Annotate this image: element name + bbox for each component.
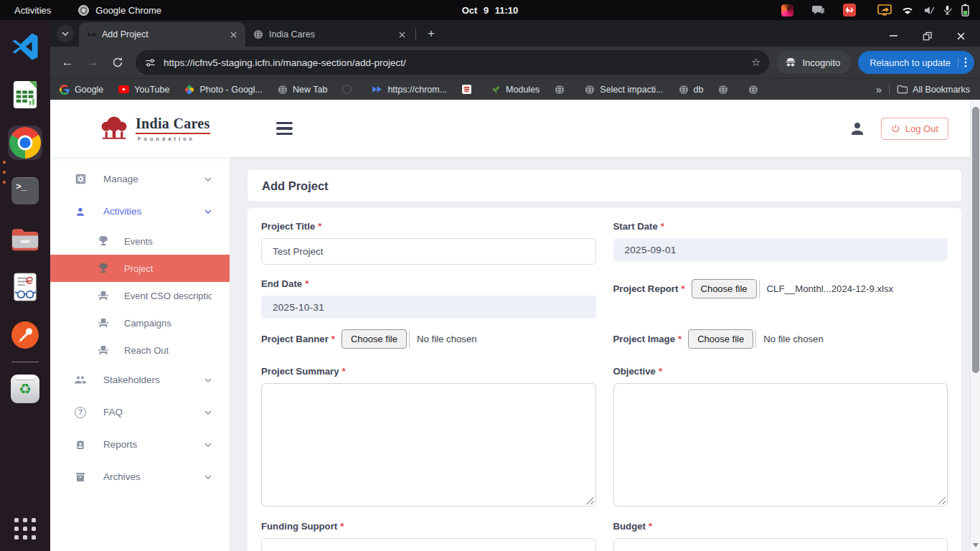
funding-support-input[interactable] — [261, 538, 596, 551]
minimize-window-icon[interactable] — [888, 31, 898, 41]
bookmark-youtube[interactable]: YouTube — [118, 85, 169, 95]
clock[interactable]: Oct 9 11:10 — [462, 5, 519, 16]
terminal-icon: >_ — [11, 177, 39, 204]
chrome-dock-icon[interactable] — [8, 126, 42, 160]
address-bar[interactable]: https://icfnv5-staging.icfn.in/manage-se… — [136, 50, 769, 75]
focused-app-menu[interactable]: Google Chrome — [78, 5, 161, 16]
bookmark-google-photos[interactable]: Photo - Googl... — [184, 85, 263, 95]
start-date-input[interactable]: 2025-09-01 — [613, 238, 948, 261]
globe-favicon — [718, 85, 728, 95]
relaunch-to-update-button[interactable]: Relaunch to update — [858, 51, 974, 74]
bookmark-site[interactable] — [555, 85, 570, 95]
page-scrollbar[interactable] — [970, 100, 980, 551]
desktop: Activities Google Chrome Oct 9 11:10 — [0, 0, 980, 551]
sidebar-item-manage[interactable]: Manage — [50, 163, 230, 195]
site-settings-icon[interactable] — [145, 57, 156, 68]
sidebar-item-events[interactable]: Events — [50, 227, 230, 255]
scrollbar-thumb[interactable] — [972, 107, 979, 373]
project-image-choose-file-button[interactable]: Choose file — [688, 329, 753, 349]
tab-add-project[interactable]: Add Project — [79, 22, 245, 47]
resize-handle[interactable] — [586, 496, 594, 504]
microphone-icon — [942, 4, 953, 16]
all-bookmarks-button[interactable]: All Bookmarks — [897, 85, 970, 95]
project-report-choose-file-button[interactable]: Choose file — [692, 279, 757, 298]
logout-button[interactable]: Log Out — [881, 118, 948, 140]
postman-dock-icon[interactable] — [8, 318, 42, 352]
bookmark-label: New Tab — [293, 85, 327, 95]
project-report-row: Project Report* Choose file CLF__Monthl.… — [613, 279, 948, 298]
bookmark-label: YouTube — [134, 85, 169, 95]
project-banner-choose-file-button[interactable]: Choose file — [341, 329, 407, 349]
sidebar-item-campaigns[interactable]: Campaigns — [50, 309, 230, 336]
project-image-filename: No file chosen — [755, 331, 824, 348]
sidebar-item-label: Activities — [103, 206, 204, 217]
close-tab-icon[interactable] — [396, 29, 407, 40]
google-favicon — [60, 85, 70, 95]
incognito-label: Incognito — [802, 57, 840, 68]
bookmark-select-impact[interactable]: Select impacti... — [585, 85, 663, 95]
sidebar-item-reports[interactable]: Reports — [50, 428, 230, 461]
tab-title: India Cares — [269, 29, 390, 39]
show-applications-button[interactable] — [14, 518, 36, 540]
sidebar-item-faq[interactable]: ? FAQ — [50, 396, 230, 428]
end-date-input[interactable]: 2025-10-31 — [261, 296, 596, 319]
tab-india-cares[interactable]: India Cares — [245, 22, 414, 47]
close-tab-icon[interactable] — [227, 29, 239, 40]
bookmark-modules[interactable]: Modules — [491, 85, 540, 95]
badge-icon — [74, 439, 87, 451]
bookmark-site[interactable] — [748, 85, 763, 95]
bookmark-db[interactable]: db — [679, 85, 704, 95]
browser-menu-icon[interactable] — [958, 57, 967, 67]
resize-handle[interactable] — [938, 496, 946, 504]
sidebar-item-event-cso-description[interactable]: Event CSO description — [50, 282, 230, 309]
sidebar-toggle-button[interactable] — [276, 122, 293, 135]
screenshare-tray-icon — [843, 4, 856, 17]
user-avatar-icon[interactable] — [849, 120, 866, 137]
bookmark-star-icon[interactable]: ☆ — [751, 56, 760, 69]
sidebar-item-label: Events — [124, 236, 212, 247]
libreoffice-calc-dock-icon[interactable] — [8, 77, 42, 112]
dock: >_ ♻ — [0, 20, 50, 551]
bookmark-unnamed[interactable] — [342, 85, 357, 94]
incognito-icon — [785, 57, 796, 67]
sidebar-item-archives[interactable]: Archives — [50, 461, 230, 493]
bookmark-google[interactable]: Google — [60, 85, 103, 95]
bookmark-label: Photo - Googl... — [199, 85, 263, 95]
bookmark-chrome-link[interactable]: https://chrom... — [372, 85, 447, 95]
project-title-input[interactable]: Test Project — [261, 238, 596, 265]
activities-button[interactable]: Activities — [14, 5, 51, 16]
objective-textarea[interactable] — [613, 383, 948, 507]
reload-button[interactable] — [108, 52, 128, 72]
people-icon — [74, 375, 87, 385]
scrollbar-down-arrow[interactable] — [973, 543, 979, 547]
forward-button[interactable]: → — [83, 52, 103, 72]
back-button[interactable]: ← — [57, 52, 77, 72]
vscode-dock-icon[interactable] — [8, 29, 42, 64]
project-summary-textarea[interactable] — [261, 383, 596, 507]
bookmark-site[interactable] — [462, 85, 476, 94]
field-label: Start Date* — [613, 221, 948, 232]
restore-window-icon[interactable] — [922, 31, 932, 41]
budget-input[interactable] — [613, 538, 948, 551]
trash-dock-icon[interactable]: ♻ — [8, 372, 42, 406]
youtube-favicon — [118, 85, 129, 93]
sidebar-item-project[interactable]: Project — [50, 255, 230, 282]
terminal-dock-icon[interactable]: >_ — [8, 174, 42, 208]
system-tray[interactable] — [781, 4, 980, 17]
india-cares-logo[interactable]: India Cares Foundation — [98, 115, 210, 142]
bookmark-new-tab[interactable]: New Tab — [278, 85, 327, 95]
url-text[interactable]: https://icfnv5-staging.icfn.in/manage-se… — [164, 57, 743, 68]
plant-favicon — [491, 85, 501, 95]
close-window-icon[interactable] — [956, 31, 966, 41]
sidebar-item-activities[interactable]: Activities — [50, 195, 230, 227]
seat-icon — [97, 290, 110, 301]
new-tab-button[interactable]: + — [423, 27, 439, 41]
files-dock-icon[interactable] — [8, 222, 42, 256]
document-viewer-dock-icon[interactable] — [8, 270, 42, 304]
web-page: India Cares Foundation Log Out — [50, 100, 980, 551]
bookmark-site[interactable] — [718, 85, 733, 95]
bookmarks-overflow-button[interactable]: » — [876, 83, 882, 95]
tab-search-button[interactable] — [57, 25, 74, 42]
sidebar-item-stakeholders[interactable]: Stakeholders — [50, 364, 230, 396]
sidebar-item-reach-out[interactable]: Reach Out — [50, 336, 230, 364]
